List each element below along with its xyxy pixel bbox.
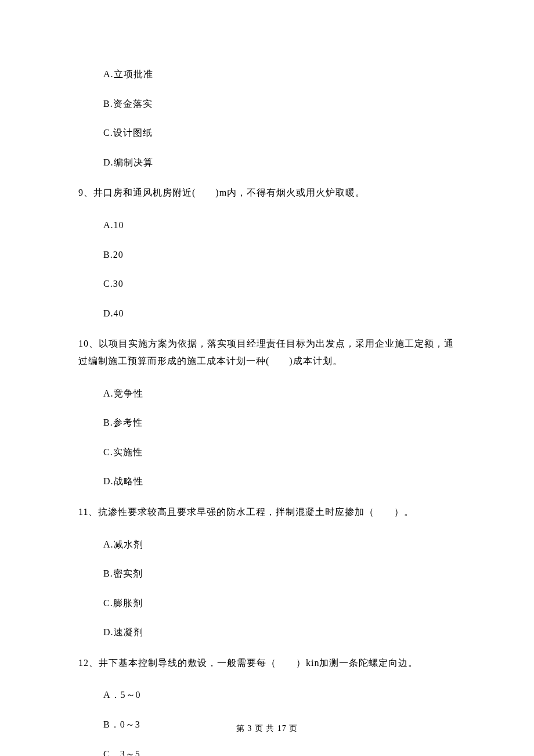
q9-options: A.10 B.20 C.30 D.40 bbox=[78, 218, 456, 321]
page-footer: 第 3 页 共 17 页 bbox=[0, 723, 534, 734]
q12-options: A．5～0 B．0～3 C．3～5 D．5～2 bbox=[78, 687, 456, 756]
q10-option-b: B.参考性 bbox=[78, 415, 456, 430]
q12-text: 12、井下基本控制导线的敷设，一般需要每（ ）kin加测一条陀螺定向边。 bbox=[78, 654, 456, 672]
q9-text: 9、井口房和通风机房附近( )m内，不得有烟火或用火炉取暖。 bbox=[78, 184, 456, 201]
q8-option-b: B.资金落实 bbox=[78, 96, 456, 111]
q11-option-c: C.膨胀剂 bbox=[78, 596, 456, 611]
q11-option-b: B.密实剂 bbox=[78, 566, 456, 581]
q8-option-c: C.设计图纸 bbox=[78, 125, 456, 141]
q10-option-c: C.实施性 bbox=[78, 445, 456, 460]
q8-option-a: A.立项批准 bbox=[78, 67, 456, 82]
q11-option-a: A.减水剂 bbox=[78, 537, 456, 552]
q11-option-d: D.速凝剂 bbox=[78, 625, 456, 640]
q11-text: 11、抗渗性要求较高且要求早强的防水工程，拌制混凝土时应掺加（ ）。 bbox=[78, 503, 456, 521]
q10-option-a: A.竞争性 bbox=[78, 386, 456, 401]
q12-option-a: A．5～0 bbox=[78, 687, 456, 703]
q9-option-b: B.20 bbox=[78, 247, 456, 262]
q8-options: A.立项批准 B.资金落实 C.设计图纸 D.编制决算 bbox=[78, 67, 456, 170]
q11-options: A.减水剂 B.密实剂 C.膨胀剂 D.速凝剂 bbox=[78, 537, 456, 640]
q9-option-d: D.40 bbox=[78, 306, 456, 321]
q10-option-d: D.战略性 bbox=[78, 474, 456, 489]
q10-options: A.竞争性 B.参考性 C.实施性 D.战略性 bbox=[78, 386, 456, 489]
q10-text: 10、以项目实施方案为依据，落实项目经理责任目标为出发点，采用企业施工定额，通过… bbox=[78, 335, 456, 369]
q8-option-d: D.编制决算 bbox=[78, 155, 456, 170]
page-content: A.立项批准 B.资金落实 C.设计图纸 D.编制决算 9、井口房和通风机房附近… bbox=[0, 0, 534, 756]
q9-option-c: C.30 bbox=[78, 276, 456, 291]
q9-option-a: A.10 bbox=[78, 218, 456, 233]
q12-option-c: C．3～5 bbox=[78, 747, 456, 756]
